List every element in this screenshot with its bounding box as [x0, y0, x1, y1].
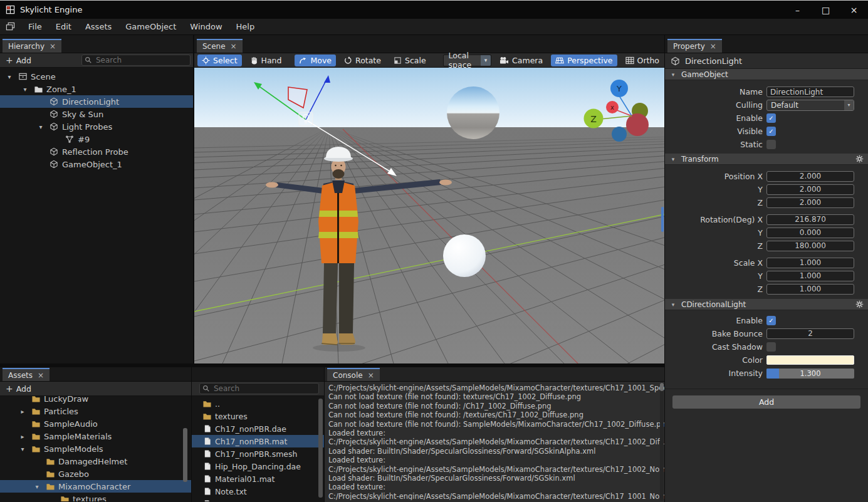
- section-cdirectionallight[interactable]: ▾ CDirectionalLight: [665, 299, 868, 310]
- tree-row[interactable]: Reflection Probe: [0, 145, 193, 158]
- camera-button[interactable]: Camera: [495, 55, 547, 66]
- windows-layout-icon[interactable]: [6, 22, 15, 31]
- ortho-button[interactable]: Ortho: [621, 55, 661, 66]
- transform-value-field[interactable]: 1.000: [766, 258, 854, 268]
- expander-open-icon[interactable]: ▾: [665, 156, 681, 162]
- tree-row[interactable]: ▾MixamoCharacter: [0, 480, 191, 493]
- tree-row[interactable]: ▾Scene: [0, 70, 193, 83]
- perspective-button[interactable]: Perspective: [551, 55, 617, 66]
- viewport-3d[interactable]: Y x Z: [194, 68, 664, 363]
- menu-item-window[interactable]: Window: [183, 19, 229, 34]
- expander-open-icon[interactable]: ▾: [30, 483, 44, 490]
- files-search-input[interactable]: [212, 384, 316, 394]
- name-field[interactable]: [766, 86, 854, 97]
- tree-row[interactable]: Gazebo: [0, 468, 191, 480]
- gear-icon[interactable]: [855, 300, 864, 308]
- gear-icon[interactable]: [855, 155, 864, 163]
- select-tool-button[interactable]: Select: [197, 55, 242, 66]
- menu-item-assets[interactable]: Assets: [78, 19, 118, 34]
- tree-row[interactable]: Sky & Sun: [0, 108, 193, 120]
- files-scrollbar-thumb[interactable]: [318, 399, 323, 498]
- transform-value-field[interactable]: 0.000: [766, 227, 854, 238]
- tree-row[interactable]: ▾Zone_1: [0, 83, 193, 95]
- transform-value-field[interactable]: 216.870: [766, 214, 854, 225]
- intensity-slider[interactable]: 1.300: [766, 369, 854, 379]
- tree-row[interactable]: ▾SampleModels: [0, 442, 191, 455]
- tree-row[interactable]: ▸Particles: [0, 405, 191, 417]
- menu-item-help[interactable]: Help: [229, 19, 262, 34]
- tab-console[interactable]: Console ×: [327, 368, 380, 381]
- cast-shadow-checkbox[interactable]: [766, 342, 776, 352]
- expander-open-icon[interactable]: ▾: [665, 301, 681, 308]
- console-log[interactable]: C:/Projects/skylicht-engine/Assets/Sampl…: [325, 382, 664, 500]
- expander-open-icon[interactable]: ▾: [34, 123, 48, 130]
- tab-close-icon[interactable]: ×: [231, 42, 237, 51]
- transform-value-field[interactable]: 2.000: [766, 184, 854, 195]
- tab-property[interactable]: Property ×: [667, 39, 722, 53]
- transform-value-field[interactable]: 2.000: [766, 197, 854, 208]
- static-checkbox[interactable]: [766, 140, 776, 149]
- transform-value-field[interactable]: 1.000: [766, 284, 854, 295]
- rotate-tool-button[interactable]: Rotate: [340, 55, 385, 66]
- list-item[interactable]: Ch17_nonPBR.smesh: [192, 447, 324, 460]
- move-tool-button[interactable]: Move: [295, 55, 336, 66]
- tree-row[interactable]: DamagedHelmet: [0, 455, 191, 468]
- tree-row[interactable]: ▸SampleMaterials: [0, 430, 191, 442]
- tree-row[interactable]: GameObject_1: [0, 158, 193, 170]
- assets-scrollbar[interactable]: [183, 400, 187, 500]
- tree-row[interactable]: DirectionLight: [0, 95, 193, 108]
- light-enable-checkbox[interactable]: ✓: [766, 316, 776, 325]
- tree-row[interactable]: #9: [0, 133, 193, 145]
- files-scrollbar[interactable]: [318, 399, 323, 500]
- list-item[interactable]: Note.txt: [192, 485, 324, 498]
- assets-scrollbar-thumb[interactable]: [183, 428, 187, 482]
- list-item[interactable]: Hip_Hop_Dancing.dae: [192, 460, 324, 473]
- close-button[interactable]: ×: [840, 1, 868, 19]
- space-dropdown[interactable]: Local space ▾: [443, 55, 491, 66]
- list-item[interactable]: Ch17_nonPBR.dae: [192, 422, 324, 435]
- scale-tool-button[interactable]: Scale: [389, 55, 431, 66]
- expander-open-icon[interactable]: ▾: [16, 446, 29, 452]
- color-swatch[interactable]: [766, 355, 854, 365]
- list-item[interactable]: textures: [192, 410, 324, 422]
- transform-value-field[interactable]: 2.000: [766, 171, 854, 182]
- list-item[interactable]: [192, 498, 324, 501]
- transform-value-field[interactable]: 1.000: [766, 271, 854, 281]
- culling-dropdown[interactable]: Default ▾: [766, 100, 854, 111]
- list-item[interactable]: Ch17_nonPBR.mat: [192, 435, 324, 447]
- files-search[interactable]: [199, 383, 319, 394]
- tab-close-icon[interactable]: ×: [710, 42, 716, 51]
- enable-checkbox[interactable]: ✓: [766, 113, 776, 123]
- tree-row[interactable]: textures: [0, 493, 191, 501]
- minimize-button[interactable]: –: [783, 1, 812, 19]
- expander-open-icon[interactable]: ▾: [3, 73, 16, 80]
- visible-checkbox[interactable]: ✓: [766, 127, 776, 136]
- tab-assets[interactable]: Assets ×: [3, 368, 50, 381]
- tab-close-icon[interactable]: ×: [38, 371, 44, 380]
- console-scrollbar[interactable]: [660, 382, 664, 501]
- console-scrollbar-thumb[interactable]: [660, 383, 664, 391]
- list-item[interactable]: ..: [192, 397, 324, 410]
- hierarchy-add-button[interactable]: + Add: [0, 56, 31, 65]
- section-transform[interactable]: ▾ Transform: [665, 154, 868, 165]
- menu-item-edit[interactable]: Edit: [49, 19, 78, 34]
- maximize-button[interactable]: □: [812, 1, 840, 19]
- expander-open-icon[interactable]: ▾: [665, 71, 681, 78]
- light-probe-sphere[interactable]: [443, 234, 486, 277]
- hierarchy-search[interactable]: [81, 55, 191, 66]
- tab-scene[interactable]: Scene ×: [197, 39, 243, 53]
- bake-bounce-field[interactable]: 2: [766, 328, 854, 339]
- menu-item-gameobject[interactable]: GameObject: [118, 19, 183, 34]
- tab-close-icon[interactable]: ×: [368, 371, 374, 380]
- add-component-button[interactable]: Add: [672, 395, 860, 409]
- tree-row[interactable]: ▾Light Probes: [0, 120, 193, 133]
- assets-add-button[interactable]: + Add: [0, 384, 31, 394]
- hand-tool-button[interactable]: Hand: [246, 55, 286, 66]
- reflection-probe-sphere[interactable]: [447, 86, 499, 139]
- expander-closed-icon[interactable]: ▸: [16, 433, 29, 440]
- list-item[interactable]: Material01.mat: [192, 473, 324, 485]
- tab-hierarchy[interactable]: Hierarchy ×: [3, 39, 61, 53]
- viewport-scrollbar-thumb[interactable]: [661, 207, 664, 232]
- hierarchy-search-input[interactable]: [95, 55, 187, 65]
- transform-value-field[interactable]: 180.000: [766, 241, 854, 251]
